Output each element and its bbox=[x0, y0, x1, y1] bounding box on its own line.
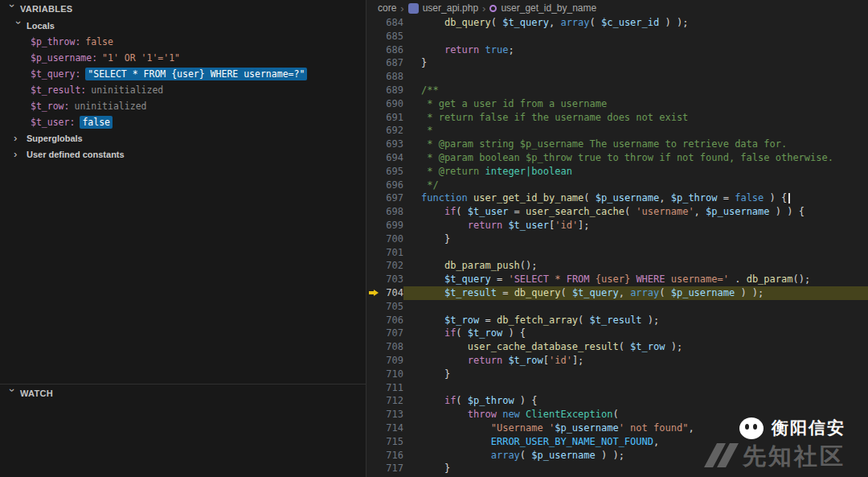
line-number[interactable]: 709 bbox=[381, 354, 403, 368]
line-number[interactable]: 705 bbox=[381, 300, 403, 314]
code-line[interactable]: 702 db_param_push(); bbox=[366, 259, 868, 273]
method-icon bbox=[489, 5, 497, 12]
breadcrumb-label: user_api.php bbox=[423, 2, 478, 14]
variable-row[interactable]: $t_user:false bbox=[0, 114, 366, 130]
line-number[interactable]: 717 bbox=[381, 462, 403, 475]
variables-group-locals[interactable]: ›Locals bbox=[0, 18, 366, 34]
line-number[interactable]: 684 bbox=[381, 16, 403, 30]
code-line[interactable]: 712 if( $p_throw ) { bbox=[366, 394, 868, 408]
line-number[interactable]: 698 bbox=[381, 205, 403, 219]
line-number[interactable]: 691 bbox=[381, 111, 403, 125]
line-number[interactable]: 703 bbox=[381, 273, 403, 286]
code-line[interactable]: 687} bbox=[366, 56, 868, 70]
text-cursor bbox=[788, 193, 790, 204]
line-number[interactable]: 686 bbox=[381, 43, 403, 57]
code-line[interactable]: 693 * @param string $p_username The user… bbox=[366, 138, 868, 151]
line-number[interactable]: 715 bbox=[381, 435, 403, 449]
code-line[interactable]: 706 $t_row = db_fetch_array( $t_result )… bbox=[366, 314, 868, 327]
line-number[interactable]: 690 bbox=[381, 97, 403, 111]
line-number[interactable]: 712 bbox=[381, 394, 403, 408]
code-line[interactable]: 694 * @param boolean $p_throw true to th… bbox=[366, 151, 868, 165]
code-line[interactable]: 684 db_query( $t_query, array( $c_user_i… bbox=[366, 16, 868, 30]
code-text bbox=[403, 246, 868, 260]
chevron-down-icon: › bbox=[14, 21, 23, 31]
line-number[interactable]: 692 bbox=[381, 124, 403, 138]
variable-value: uninitialized bbox=[74, 101, 146, 112]
code-text: function user_get_id_by_name( $p_usernam… bbox=[403, 191, 868, 205]
line-number[interactable]: 700 bbox=[381, 232, 403, 246]
code-text: if( $t_row ) { bbox=[403, 327, 868, 340]
line-number[interactable]: 689 bbox=[381, 84, 403, 97]
code-line[interactable]: 696 */ bbox=[366, 179, 868, 192]
line-number[interactable]: 685 bbox=[381, 30, 403, 43]
line-number[interactable]: 697 bbox=[381, 191, 403, 205]
line-number[interactable]: 695 bbox=[381, 165, 403, 179]
code-line[interactable]: 700 } bbox=[366, 232, 868, 246]
line-number[interactable]: 702 bbox=[381, 259, 403, 273]
line-number[interactable]: 699 bbox=[381, 219, 403, 232]
breadcrumb-item[interactable]: user_get_id_by_name bbox=[489, 2, 596, 14]
code-line[interactable]: 689/** bbox=[366, 84, 868, 97]
line-number[interactable]: 704 bbox=[381, 286, 403, 300]
breadcrumb: core›user_api.php›user_get_id_by_name bbox=[366, 0, 868, 16]
line-number[interactable]: 708 bbox=[381, 340, 403, 354]
code-line[interactable]: 707 if( $t_row ) { bbox=[366, 327, 868, 340]
php-file-icon bbox=[408, 3, 419, 14]
breadcrumb-separator-icon: › bbox=[400, 2, 403, 14]
line-number[interactable]: 696 bbox=[381, 179, 403, 192]
line-number[interactable]: 716 bbox=[381, 449, 403, 463]
line-number[interactable]: 713 bbox=[381, 408, 403, 421]
code-text: $t_result = db_query( $t_query, array( $… bbox=[403, 286, 868, 300]
group-label: User defined constants bbox=[27, 150, 125, 159]
code-text: db_param_push(); bbox=[403, 259, 868, 273]
watch-panel-header[interactable]: › WATCH bbox=[0, 384, 366, 402]
code-line[interactable]: 714 "Username '$p_username' not found", bbox=[366, 421, 868, 435]
code-line[interactable]: 710 } bbox=[366, 368, 868, 381]
variable-row[interactable]: $p_throw:false bbox=[0, 34, 366, 50]
breadcrumb-item[interactable]: user_api.php bbox=[408, 2, 478, 14]
variable-row[interactable]: $t_result:uninitialized bbox=[0, 82, 366, 98]
code-line[interactable]: 685 bbox=[366, 30, 868, 43]
code-line[interactable]: 711 bbox=[366, 381, 868, 395]
line-number[interactable]: 707 bbox=[381, 327, 403, 340]
chevron-right-icon: › bbox=[14, 134, 23, 143]
variable-row[interactable]: $t_row:uninitialized bbox=[0, 98, 366, 114]
code-line[interactable]: 717 } bbox=[366, 462, 868, 475]
variables-group-superglobals[interactable]: ›Superglobals bbox=[0, 130, 366, 146]
line-number[interactable]: 706 bbox=[381, 314, 403, 327]
breadcrumb-label: core bbox=[378, 2, 396, 14]
code-line[interactable]: 713 throw new ClientException( bbox=[366, 408, 868, 421]
variables-group-user-defined-constants[interactable]: ›User defined constants bbox=[0, 146, 366, 162]
code-line[interactable]: 701 bbox=[366, 246, 868, 260]
chevron-right-icon: › bbox=[14, 150, 23, 159]
code-line[interactable]: 697function user_get_id_by_name( $p_user… bbox=[366, 191, 868, 205]
variables-panel-header[interactable]: › VARIABLES bbox=[0, 0, 366, 18]
code-line[interactable]: 703 $t_query = 'SELECT * FROM {user} WHE… bbox=[366, 273, 868, 286]
code-line[interactable]: 688 bbox=[366, 70, 868, 84]
line-number[interactable]: 694 bbox=[381, 151, 403, 165]
code-line[interactable]: 698 if( $t_user = user_search_cache( 'us… bbox=[366, 205, 868, 219]
code-line[interactable]: 704 $t_result = db_query( $t_query, arra… bbox=[366, 286, 868, 300]
code-line[interactable]: 708 user_cache_database_result( $t_row )… bbox=[366, 340, 868, 354]
code-line[interactable]: 709 return $t_row['id']; bbox=[366, 354, 868, 368]
code-line[interactable]: 715 ERROR_USER_BY_NAME_NOT_FOUND, bbox=[366, 435, 868, 449]
line-number[interactable]: 710 bbox=[381, 368, 403, 381]
code-line[interactable]: 716 array( $p_username ) ); bbox=[366, 449, 868, 463]
line-number[interactable]: 701 bbox=[381, 246, 403, 260]
code-text: return $t_user['id']; bbox=[403, 219, 868, 232]
code-line[interactable]: 691 * return false if the username does … bbox=[366, 111, 868, 125]
line-number[interactable]: 693 bbox=[381, 138, 403, 151]
variable-row[interactable]: $t_query:"SELECT * FROM {user} WHERE use… bbox=[0, 66, 366, 82]
code-line[interactable]: 686 return true; bbox=[366, 43, 868, 57]
breadcrumb-item[interactable]: core bbox=[378, 2, 396, 14]
code-line[interactable]: 699 return $t_user['id']; bbox=[366, 219, 868, 232]
line-number[interactable]: 714 bbox=[381, 421, 403, 435]
code-line[interactable]: 692 * bbox=[366, 124, 868, 138]
line-number[interactable]: 688 bbox=[381, 70, 403, 84]
code-line[interactable]: 690 * get a user id from a username bbox=[366, 97, 868, 111]
variable-row[interactable]: $p_username:"1' OR '1'='1" bbox=[0, 50, 366, 66]
line-number[interactable]: 711 bbox=[381, 381, 403, 395]
line-number[interactable]: 687 bbox=[381, 56, 403, 70]
code-line[interactable]: 695 * @return integer|boolean bbox=[366, 165, 868, 179]
code-line[interactable]: 705 bbox=[366, 300, 868, 314]
